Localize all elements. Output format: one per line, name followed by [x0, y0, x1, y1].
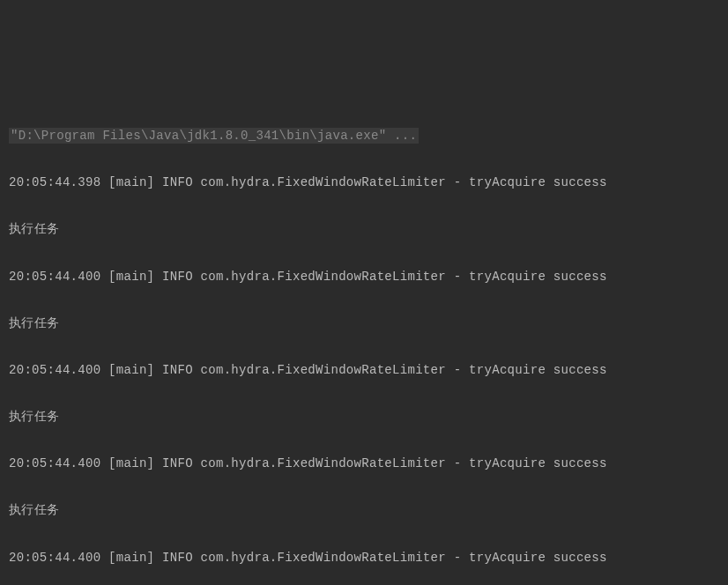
- task-line: 执行任务: [9, 405, 719, 429]
- command-line: "D:\Program Files\Java\jdk1.8.0_341\bin\…: [9, 124, 719, 148]
- task-line: 执行任务: [9, 218, 719, 241]
- task-line: 执行任务: [9, 499, 719, 522]
- log-line: 20:05:44.400 [main] INFO com.hydra.Fixed…: [9, 546, 719, 570]
- log-line: 20:05:44.398 [main] INFO com.hydra.Fixed…: [9, 171, 719, 195]
- log-line: 20:05:44.400 [main] INFO com.hydra.Fixed…: [9, 452, 719, 476]
- task-line: 执行任务: [9, 312, 719, 336]
- log-line: 20:05:44.400 [main] INFO com.hydra.Fixed…: [9, 359, 719, 382]
- log-line: 20:05:44.400 [main] INFO com.hydra.Fixed…: [9, 265, 719, 289]
- java-exe-path: "D:\Program Files\Java\jdk1.8.0_341\bin\…: [9, 128, 419, 144]
- console-output[interactable]: "D:\Program Files\Java\jdk1.8.0_341\bin\…: [9, 100, 719, 585]
